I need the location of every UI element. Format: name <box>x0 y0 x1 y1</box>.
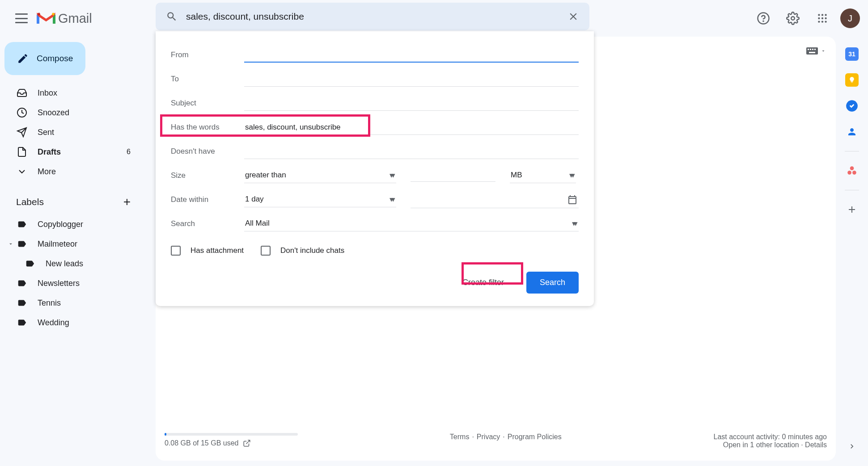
label-wedding-text: Wedding <box>38 318 69 327</box>
search-filter-panel: From To Subject Has the words Doesn't ha… <box>156 31 594 306</box>
nav-more[interactable]: More <box>0 162 140 181</box>
nav-sent[interactable]: Sent <box>0 122 140 142</box>
sidebar: Compose Inbox Snoozed Sent Drafts 6 More… <box>0 40 148 334</box>
dropdown-arrow-icon: ▾ <box>574 219 578 228</box>
filter-size-value-input[interactable] <box>411 169 495 182</box>
filter-search-label: Search <box>171 219 244 228</box>
nav-inbox-label: Inbox <box>38 88 131 98</box>
contacts-app-icon[interactable] <box>845 125 859 139</box>
footer-open-in: Open in 1 other location <box>723 441 799 449</box>
gear-icon <box>786 12 800 25</box>
svg-rect-15 <box>810 49 811 50</box>
storage-bar <box>165 433 298 436</box>
svg-point-11 <box>825 21 826 22</box>
inbox-icon <box>16 87 28 99</box>
asana-app-icon[interactable] <box>845 164 859 177</box>
svg-point-9 <box>818 21 820 22</box>
tasks-app-icon[interactable] <box>845 99 859 113</box>
label-mailmeteor[interactable]: Mailmeteor <box>0 234 148 254</box>
nav-snoozed-label: Snoozed <box>38 108 131 118</box>
svg-rect-14 <box>808 49 809 50</box>
nav-drafts[interactable]: Drafts 6 <box>0 142 140 162</box>
side-panel: 31 <box>836 37 868 216</box>
filter-date-within-select[interactable]: 1 day▾ <box>244 192 396 207</box>
external-link-icon[interactable] <box>243 439 251 447</box>
label-mailmeteor-text: Mailmeteor <box>38 239 77 249</box>
search-button[interactable]: Search <box>526 272 579 294</box>
nav-snoozed[interactable]: Snoozed <box>0 103 140 122</box>
svg-rect-17 <box>814 49 816 50</box>
get-addons-button[interactable] <box>845 203 859 216</box>
gmail-m-icon <box>37 11 55 25</box>
labels-header: Labels + <box>0 181 148 214</box>
footer-policies[interactable]: Program Policies <box>508 433 562 449</box>
label-tag-icon <box>16 238 28 250</box>
filter-date-picker[interactable] <box>411 192 579 208</box>
label-copyblogger-text: Copyblogger <box>38 220 83 229</box>
label-tag-icon <box>16 297 28 309</box>
create-filter-button[interactable]: Create filter <box>449 272 517 294</box>
footer-details[interactable]: Details <box>805 441 827 449</box>
caret-icon[interactable] <box>6 241 15 247</box>
filter-from-input[interactable] <box>244 47 579 63</box>
label-new-leads-text: New leads <box>46 259 83 269</box>
nav-inbox[interactable]: Inbox <box>0 83 140 103</box>
account-avatar[interactable]: J <box>840 8 860 28</box>
label-wedding[interactable]: Wedding <box>0 313 148 332</box>
filter-doesnt-have-label: Doesn't have <box>171 147 244 156</box>
nav-sent-label: Sent <box>38 128 131 137</box>
filter-has-words-input[interactable] <box>244 120 579 135</box>
filter-search-select[interactable]: All Mail▾ <box>244 216 579 231</box>
footer-terms[interactable]: Terms <box>450 433 470 449</box>
side-panel-toggle[interactable] <box>846 440 858 453</box>
calendar-app-icon[interactable]: 31 <box>845 47 859 61</box>
svg-point-5 <box>825 14 826 16</box>
hamburger-icon <box>15 13 28 23</box>
settings-button[interactable] <box>781 7 804 30</box>
compose-button[interactable]: Compose <box>4 42 85 75</box>
label-tag-icon <box>16 218 28 230</box>
svg-point-2 <box>791 17 795 20</box>
support-button[interactable] <box>752 7 775 30</box>
search-input[interactable] <box>182 11 563 22</box>
svg-point-22 <box>852 171 856 175</box>
compose-label: Compose <box>37 54 73 63</box>
svg-rect-18 <box>809 52 815 53</box>
label-tag-icon <box>16 277 28 289</box>
footer-activity: Last account activity: 0 minutes ago <box>714 433 827 441</box>
labels-title: Labels <box>16 197 44 207</box>
label-newsletters[interactable]: Newsletters <box>0 273 148 293</box>
filter-dont-include-chats-checkbox[interactable]: Don't include chats <box>261 246 344 256</box>
svg-point-1 <box>763 21 763 21</box>
filter-from-label: From <box>171 50 244 59</box>
filter-doesnt-have-input[interactable] <box>244 144 579 159</box>
label-newsletters-text: Newsletters <box>38 279 80 288</box>
filter-has-attachment-checkbox[interactable]: Has attachment <box>171 246 244 256</box>
svg-rect-16 <box>812 49 813 50</box>
svg-point-4 <box>821 14 823 16</box>
keep-app-icon[interactable] <box>845 73 859 87</box>
svg-point-3 <box>818 14 820 16</box>
filter-size-unit-select[interactable]: MB▾ <box>510 168 576 183</box>
search-icon[interactable] <box>161 6 182 27</box>
input-tools-button[interactable] <box>805 46 826 55</box>
footer-privacy[interactable]: Privacy <box>477 433 500 449</box>
side-separator <box>845 151 859 151</box>
calendar-icon <box>567 194 578 205</box>
main-menu-button[interactable] <box>9 6 34 31</box>
checkbox-icon <box>261 246 271 256</box>
filter-to-label: To <box>171 75 244 84</box>
dropdown-arrow-icon <box>821 48 826 54</box>
label-tennis[interactable]: Tennis <box>0 293 148 313</box>
label-new-leads[interactable]: New leads <box>0 254 148 273</box>
apps-button[interactable] <box>811 7 834 30</box>
clear-search-button[interactable] <box>563 6 584 27</box>
filter-to-input[interactable] <box>244 72 579 87</box>
filter-size-op-select[interactable]: greater than▾ <box>244 168 396 183</box>
filter-subject-input[interactable] <box>244 96 579 111</box>
add-label-button[interactable]: + <box>119 194 135 210</box>
gmail-logo[interactable]: Gmail <box>37 11 92 26</box>
filter-has-attachment-label: Has attachment <box>191 246 244 255</box>
label-copyblogger[interactable]: Copyblogger <box>0 214 148 234</box>
label-tag-icon <box>24 258 36 269</box>
